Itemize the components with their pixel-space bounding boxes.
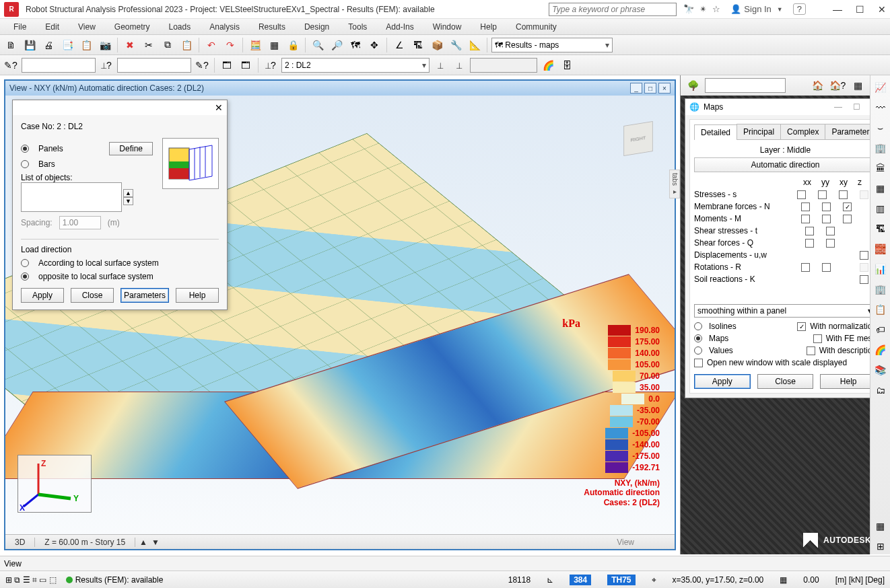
screenshot-icon[interactable]: 📷 — [97, 37, 113, 53]
result-check[interactable] — [822, 215, 831, 223]
panel-d-icon[interactable]: ▦ — [850, 77, 866, 94]
axes-gizmo[interactable]: Z X Y — [18, 455, 92, 513]
menu-analysis[interactable]: Analysis — [201, 21, 248, 33]
menu-edit[interactable]: Edit — [37, 21, 67, 33]
bottom-view-tab[interactable]: View — [4, 559, 22, 568]
strip-1-icon[interactable]: 📈 — [872, 79, 889, 96]
result-check[interactable] — [801, 203, 810, 211]
preview-icon[interactable]: 📑 — [59, 37, 75, 53]
menu-window[interactable]: Window — [425, 21, 470, 33]
maps-close-button2[interactable]: Close — [757, 374, 814, 389]
strip-7-icon[interactable]: ▥ — [872, 200, 889, 217]
result-check[interactable] — [860, 251, 868, 260]
menu-tools[interactable]: Tools — [340, 21, 375, 33]
tab-parameter[interactable]: Parameter — [825, 124, 876, 139]
result-check[interactable] — [826, 227, 835, 235]
strip-16-icon[interactable]: 🗂 — [872, 382, 889, 398]
save-icon[interactable]: 💾 — [22, 37, 38, 53]
zoom-in-icon[interactable]: 🔍 — [310, 37, 326, 53]
status-icons[interactable]: ⊞ ⧉ ☰ ⌗ ▭ ⬚ — [5, 575, 57, 585]
menu-results[interactable]: Results — [250, 21, 294, 33]
tab-principal[interactable]: Principal — [737, 124, 781, 139]
binoculars-icon[interactable]: 🔭 — [683, 4, 694, 14]
strip-9-icon[interactable]: 🧱 — [872, 241, 889, 257]
result-check[interactable] — [839, 190, 848, 199]
result-check[interactable] — [805, 239, 814, 248]
strip-4-icon[interactable]: 🏢 — [872, 140, 889, 156]
strip-grid-icon[interactable]: ⊞ — [872, 538, 889, 554]
search-input[interactable] — [549, 3, 677, 16]
with-desc-check[interactable] — [807, 346, 815, 355]
window-a-icon[interactable]: 🗔 — [219, 57, 235, 73]
result-check[interactable] — [818, 190, 827, 199]
menu-geometry[interactable]: Geometry — [106, 21, 158, 33]
panel-b-icon[interactable]: 🏠 — [809, 77, 825, 94]
result-check[interactable] — [843, 203, 852, 211]
spacing-input[interactable] — [59, 216, 101, 229]
maps-max-button[interactable]: ☐ — [850, 102, 864, 112]
result-check[interactable] — [801, 215, 810, 223]
bar-input[interactable] — [117, 58, 191, 73]
menu-design[interactable]: Design — [296, 21, 337, 33]
strip-14-icon[interactable]: 🌈 — [872, 342, 889, 358]
result-check[interactable] — [797, 190, 806, 199]
maps-radio[interactable] — [694, 334, 702, 342]
dlg-parameters-button[interactable]: Parameters — [121, 288, 169, 303]
define-button[interactable]: Define — [109, 142, 153, 155]
mode-input[interactable] — [470, 58, 537, 73]
pan-icon[interactable]: ✥ — [366, 37, 382, 53]
menu-view[interactable]: View — [70, 21, 104, 33]
star-icon[interactable]: ☆ — [712, 4, 720, 14]
layout-selector[interactable]: 🗺 Results - maps — [491, 38, 613, 52]
cut-icon[interactable]: ✂ — [141, 37, 157, 53]
node-input[interactable] — [22, 58, 96, 73]
maps-min-button[interactable]: — — [831, 102, 846, 112]
settings-icon[interactable]: 🔧 — [448, 37, 464, 53]
strip-10-icon[interactable]: 📊 — [872, 261, 889, 277]
redo-icon[interactable]: ↷ — [222, 37, 238, 53]
maximize-button[interactable]: ☐ — [856, 4, 864, 15]
maps-apply-button[interactable]: Apply — [694, 374, 751, 389]
list-down-icon[interactable]: ▼ — [123, 197, 133, 205]
menu-help[interactable]: Help — [472, 21, 505, 33]
menu-loads[interactable]: Loads — [161, 21, 199, 33]
parameters-icon[interactable]: 📐 — [467, 37, 483, 53]
side-tabs[interactable]: tabs ▸ — [669, 170, 680, 198]
strip-11-icon[interactable]: 🏢 — [872, 281, 889, 297]
cube-icon[interactable]: 📦 — [429, 37, 445, 53]
case-selector[interactable]: 2 : DL2 — [281, 58, 430, 73]
case-next-icon[interactable]: ⟂ — [451, 57, 467, 73]
result-check[interactable] — [822, 263, 831, 272]
copy-icon[interactable]: ⧉ — [160, 37, 176, 53]
isolines-radio[interactable] — [694, 322, 702, 330]
strip-5-icon[interactable]: 🏛 — [872, 160, 889, 176]
close-button[interactable]: ✕ — [878, 4, 886, 15]
strip-3-icon[interactable]: ⌣ — [872, 120, 889, 136]
section-icon[interactable]: 🏗 — [410, 37, 426, 53]
panel-a-icon[interactable]: 🌳 — [685, 77, 701, 94]
dlg-close-button[interactable]: Close — [71, 288, 114, 303]
strip-8-icon[interactable]: 🏗 — [872, 221, 889, 237]
result-check[interactable] — [801, 263, 810, 272]
panel-c-icon[interactable]: 🏠? — [829, 77, 846, 94]
result-check[interactable] — [860, 275, 868, 284]
axis-icon[interactable]: ∠ — [391, 37, 407, 53]
local-system-radio[interactable] — [21, 259, 29, 267]
panels-radio[interactable] — [21, 145, 29, 153]
result-check[interactable] — [843, 215, 852, 223]
result-check[interactable] — [826, 239, 835, 248]
bar-select-icon[interactable]: ⟂? — [98, 57, 114, 73]
strip-table-icon[interactable]: ▦ — [872, 518, 889, 534]
window-b-icon[interactable]: 🗔 — [238, 57, 254, 73]
arc-icon[interactable]: 🌈 — [540, 57, 556, 73]
view-mode[interactable]: 3D — [5, 538, 35, 547]
view-cube[interactable]: RIGHT — [623, 121, 653, 156]
table-icon[interactable]: ▦ — [266, 37, 282, 53]
panel-filter[interactable] — [705, 78, 786, 93]
case-select-icon[interactable]: ⟂? — [263, 57, 279, 73]
strip-15-icon[interactable]: 📚 — [872, 362, 889, 378]
bars-radio[interactable] — [21, 160, 29, 168]
level-up-icon[interactable]: ▲ — [135, 538, 151, 547]
minimize-button[interactable]: — — [833, 4, 842, 15]
zoom-window-icon[interactable]: 🔎 — [329, 37, 345, 53]
